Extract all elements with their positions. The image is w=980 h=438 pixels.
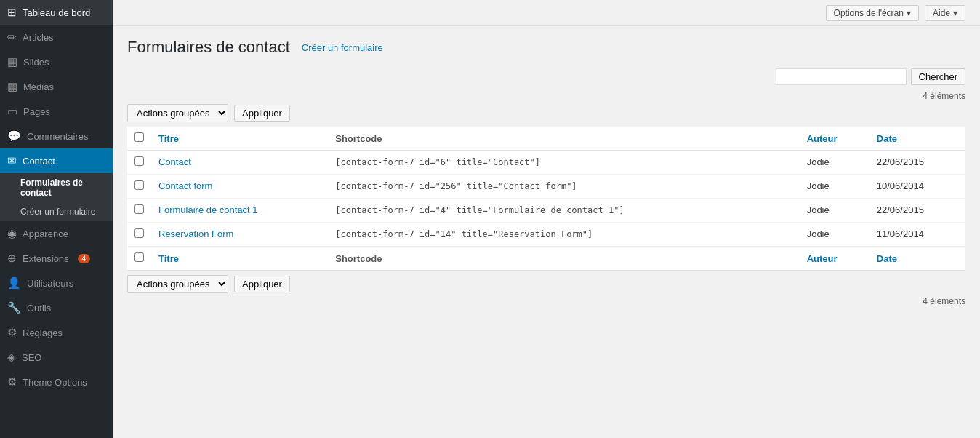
apply-button-top[interactable]: Appliquer (234, 105, 290, 122)
extensions-icon: ⊕ (7, 252, 17, 265)
sidebar-item-theme-options[interactable]: ⚙ Theme Options (0, 370, 113, 394)
sidebar: ⊞ Tableau de bord ✏ Articles ▦ Slides ▦ … (0, 0, 113, 438)
outils-icon: 🔧 (7, 301, 21, 314)
form-link-contact[interactable]: Contact (158, 156, 191, 167)
th-check (127, 127, 151, 151)
table-row: Contact [contact-form-7 id="6" title="Co… (127, 151, 965, 175)
extensions-badge: 4 (78, 254, 91, 263)
sidebar-item-pages[interactable]: ▭ Pages (0, 99, 113, 124)
row-checkbox-reservation-form[interactable] (134, 228, 144, 238)
shortcode-text-contact: [contact-form-7 id="6" title="Contact"] (335, 157, 540, 167)
sidebar-label-theme-options: Theme Options (23, 377, 87, 388)
apply-button-bottom[interactable]: Appliquer (234, 276, 290, 292)
row-author-formulaire-contact-1: Jodie (800, 199, 869, 223)
search-button[interactable]: Chercher (911, 68, 965, 85)
table-row: Reservation Form [contact-form-7 id="14"… (127, 223, 965, 247)
row-date-contact: 22/06/2015 (869, 151, 965, 175)
sidebar-sub-creer[interactable]: Créer un formulaire (0, 202, 113, 221)
table-body: Contact [contact-form-7 id="6" title="Co… (127, 151, 965, 247)
sidebar-item-reglages[interactable]: ⚙ Réglages (0, 320, 113, 345)
tf-author[interactable]: Auteur (800, 247, 869, 271)
th-author[interactable]: Auteur (800, 127, 869, 151)
create-form-link[interactable]: Créer un formulaire (302, 42, 383, 53)
sidebar-item-seo[interactable]: ◈ SEO (0, 345, 113, 370)
sidebar-item-commentaires[interactable]: 💬 Commentaires (0, 124, 113, 148)
select-all-checkbox-bottom[interactable] (134, 252, 144, 262)
top-toolbar: Actions groupées Supprimer Appliquer (127, 104, 965, 122)
sidebar-item-apparence[interactable]: ◉ Apparence (0, 221, 113, 246)
th-date[interactable]: Date (869, 127, 965, 151)
aide-chevron-icon: ▾ (953, 8, 957, 18)
sidebar-item-articles[interactable]: ✏ Articles (0, 25, 113, 49)
search-row: Chercher (127, 68, 965, 85)
seo-icon: ◈ (7, 351, 16, 364)
row-title-reservation-form: Reservation Form (151, 223, 328, 247)
forms-table: Titre Shortcode Auteur Date Contact [con… (127, 127, 965, 271)
articles-icon: ✏ (7, 31, 17, 44)
row-date-formulaire-contact-1: 22/06/2015 (869, 199, 965, 223)
row-checkbox-contact[interactable] (134, 156, 144, 166)
sidebar-sub-formulaires[interactable]: Formulaires de contact (0, 173, 113, 202)
sidebar-item-utilisateurs[interactable]: 👤 Utilisateurs (0, 271, 113, 295)
shortcode-text-formulaire-contact-1: [contact-form-7 id="4" title="Formulaire… (335, 205, 624, 215)
row-title-contact-form: Contact form (151, 175, 328, 199)
form-link-contact-form[interactable]: Contact form (158, 180, 212, 191)
dashboard-icon: ⊞ (7, 6, 17, 19)
sidebar-item-slides[interactable]: ▦ Slides (0, 49, 113, 74)
table-row: Contact form [contact-form-7 id="256" ti… (127, 175, 965, 199)
form-link-reservation-form[interactable]: Reservation Form (158, 228, 233, 239)
table-row: Formulaire de contact 1 [contact-form-7 … (127, 199, 965, 223)
commentaires-icon: 💬 (7, 130, 21, 143)
sidebar-item-outils[interactable]: 🔧 Outils (0, 295, 113, 320)
sidebar-label-articles: Articles (23, 32, 54, 43)
row-title-contact: Contact (151, 151, 328, 175)
form-link-formulaire-contact-1[interactable]: Formulaire de contact 1 (158, 204, 258, 215)
sidebar-label-tableau-de-bord: Tableau de bord (23, 7, 90, 18)
actions-select-bottom[interactable]: Actions groupées Supprimer (127, 275, 228, 293)
sidebar-item-medias[interactable]: ▦ Médias (0, 74, 113, 99)
th-title[interactable]: Titre (151, 127, 328, 151)
select-all-checkbox-top[interactable] (134, 132, 144, 142)
reglages-icon: ⚙ (7, 326, 17, 339)
screen-options-chevron-icon: ▾ (907, 8, 911, 18)
sidebar-sub-contact: Formulaires de contact Créer un formulai… (0, 173, 113, 221)
row-check-contact-form (127, 175, 151, 199)
sidebar-label-medias: Médias (23, 81, 54, 92)
sidebar-item-contact[interactable]: ✉ Contact (0, 148, 113, 173)
screen-options-button[interactable]: Options de l'écran ▾ (826, 5, 919, 21)
row-author-contact: Jodie (800, 151, 869, 175)
tf-date[interactable]: Date (869, 247, 965, 271)
tf-check (127, 247, 151, 271)
apparence-icon: ◉ (7, 227, 17, 240)
topbar: Options de l'écran ▾ Aide ▾ (113, 0, 980, 26)
tf-shortcode: Shortcode (328, 247, 799, 271)
shortcode-text-contact-form: [contact-form-7 id="256" title="Contact … (335, 181, 577, 191)
table-footer-row: Titre Shortcode Auteur Date (127, 247, 965, 271)
sidebar-item-tableau-de-bord[interactable]: ⊞ Tableau de bord (0, 0, 113, 25)
row-shortcode-formulaire-contact-1: [contact-form-7 id="4" title="Formulaire… (328, 199, 799, 223)
contact-icon: ✉ (7, 154, 17, 167)
screen-options-label: Options de l'écran (834, 8, 904, 18)
row-shortcode-reservation-form: [contact-form-7 id="14" title="Reservati… (328, 223, 799, 247)
slides-icon: ▦ (7, 55, 17, 68)
sidebar-label-commentaires: Commentaires (27, 131, 89, 142)
th-shortcode: Shortcode (328, 127, 799, 151)
tf-title[interactable]: Titre (151, 247, 328, 271)
aide-button[interactable]: Aide ▾ (925, 5, 965, 21)
row-author-contact-form: Jodie (800, 175, 869, 199)
sidebar-label-outils: Outils (27, 303, 51, 314)
search-input[interactable] (776, 68, 907, 85)
sidebar-label-apparence: Apparence (23, 228, 68, 239)
row-checkbox-contact-form[interactable] (134, 180, 144, 190)
row-checkbox-formulaire-contact-1[interactable] (134, 204, 144, 214)
medias-icon: ▦ (7, 80, 17, 93)
page-title-row: Formulaires de contact Créer un formulai… (127, 38, 965, 57)
sidebar-label-slides: Slides (23, 57, 49, 68)
actions-select-top[interactable]: Actions groupées Supprimer (127, 104, 228, 122)
count-text-bottom: 4 éléments (127, 296, 965, 306)
shortcode-text-reservation-form: [contact-form-7 id="14" title="Reservati… (335, 229, 593, 239)
sidebar-label-extensions: Extensions (23, 253, 69, 264)
sidebar-item-extensions[interactable]: ⊕ Extensions 4 (0, 246, 113, 271)
sidebar-label-utilisateurs: Utilisateurs (27, 278, 73, 289)
row-check-contact (127, 151, 151, 175)
